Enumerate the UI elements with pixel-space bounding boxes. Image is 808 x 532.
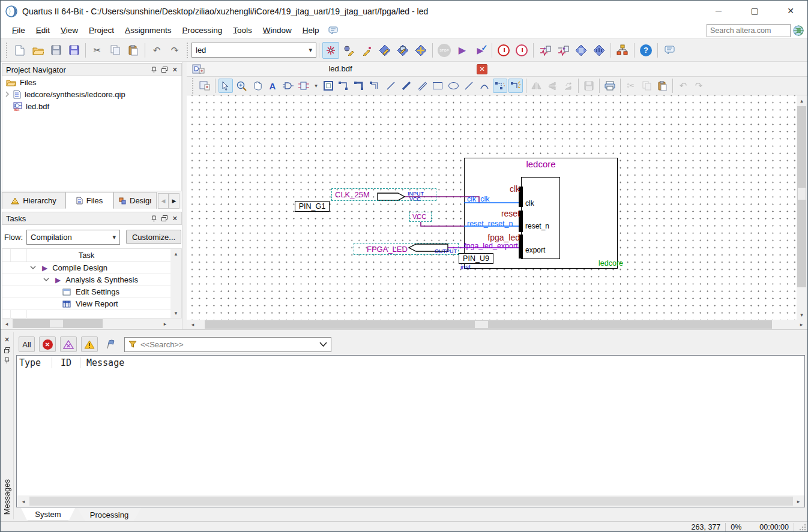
timing-analyzer-button[interactable] xyxy=(495,42,512,59)
rectangle-tool-button[interactable] xyxy=(430,79,445,93)
maximize-button[interactable]: ▢ xyxy=(741,1,768,21)
scroll-up-icon[interactable]: ▴ xyxy=(797,95,807,106)
vertical-splitter[interactable] xyxy=(182,62,187,329)
restore-icon[interactable] xyxy=(4,347,10,353)
task-row-view-report[interactable]: View Report xyxy=(2,298,170,310)
help-button[interactable]: ? xyxy=(638,42,654,59)
messages-horizontal-scrollbar[interactable]: ◂ ▸ xyxy=(17,495,804,507)
scroll-up-icon[interactable]: ▴ xyxy=(170,249,181,259)
expand-chevron-icon[interactable] xyxy=(5,91,10,97)
column-divider[interactable] xyxy=(52,357,52,368)
copy-button[interactable] xyxy=(107,42,124,59)
filter-critical-warnings-button[interactable] xyxy=(60,336,77,352)
close-button[interactable]: ✕ xyxy=(777,1,804,21)
menu-processing[interactable]: Processing xyxy=(176,23,228,37)
tasks-vertical-scrollbar[interactable]: ▴ ▾ xyxy=(170,249,181,318)
pin-icon[interactable] xyxy=(4,357,10,363)
pin-planner-button[interactable] xyxy=(322,42,339,59)
orthogonal-conduit-tool-button[interactable] xyxy=(368,79,382,93)
print-button[interactable] xyxy=(603,79,617,93)
scroll-right-icon[interactable]: ▸ xyxy=(797,320,806,329)
vcc-symbol-selection[interactable] xyxy=(409,212,432,222)
minimize-button[interactable]: ─ xyxy=(705,1,732,21)
document-tab-title[interactable]: led.bdf xyxy=(187,64,494,73)
scrollbar-thumb[interactable] xyxy=(205,320,772,329)
pin-assignment-button[interactable] xyxy=(358,42,375,59)
cut-button[interactable]: ✂ xyxy=(89,42,106,59)
task-column-header[interactable]: Task xyxy=(2,249,170,262)
eda-diamond-button[interactable] xyxy=(591,42,608,59)
tab-hierarchy[interactable]: Hierarchy xyxy=(2,192,65,209)
restore-icon[interactable] xyxy=(161,215,167,221)
column-id[interactable]: ID xyxy=(61,357,80,368)
close-icon[interactable]: ✕ xyxy=(172,66,178,74)
menu-file[interactable]: File xyxy=(7,23,31,37)
timing-diamond-button[interactable] xyxy=(394,42,411,59)
column-message[interactable]: Message xyxy=(86,357,124,368)
attach-window-button[interactable] xyxy=(197,79,212,93)
rotate-left-button[interactable] xyxy=(561,79,575,93)
start-compilation-button[interactable]: ▶ xyxy=(454,42,471,59)
stopwatch-button[interactable] xyxy=(513,42,530,59)
orthogonal-bus-tool-button[interactable] xyxy=(352,79,367,93)
filter-errors-button[interactable]: ✕ xyxy=(39,336,56,352)
scroll-down-icon[interactable]: ▾ xyxy=(170,308,181,318)
menu-edit[interactable]: Edit xyxy=(31,23,55,37)
filter-flag-button[interactable] xyxy=(102,336,119,352)
close-icon[interactable]: ✕ xyxy=(4,336,10,344)
column-divider[interactable] xyxy=(80,357,80,368)
project-combobox[interactable]: led ▾ xyxy=(191,43,316,58)
filter-all-button[interactable]: All xyxy=(19,336,35,352)
redo-button[interactable]: ↷ xyxy=(166,42,183,59)
close-icon[interactable]: ✕ xyxy=(172,215,178,223)
scroll-right-icon[interactable]: ▸ xyxy=(794,496,803,506)
filter-warnings-button[interactable] xyxy=(81,336,98,352)
undo-button[interactable]: ↶ xyxy=(676,79,690,93)
tree-item-bdf[interactable]: BDF led.bdf xyxy=(2,100,181,112)
messages-search-combobox[interactable] xyxy=(124,337,331,352)
paste-button[interactable] xyxy=(125,42,142,59)
tree-item-files[interactable]: Files xyxy=(2,76,181,88)
menu-assignments[interactable]: Assignments xyxy=(119,23,176,37)
undo-button[interactable]: ↶ xyxy=(148,42,165,59)
scroll-left-icon[interactable]: ◂ xyxy=(2,318,11,329)
pin-location-box-u9[interactable]: PIN_U9 xyxy=(459,253,493,264)
messages-panel-label[interactable]: Messages xyxy=(2,479,11,515)
partial-line-selection-button[interactable] xyxy=(508,79,523,93)
arc-tool-button[interactable] xyxy=(477,79,492,93)
collapse-chevron-icon[interactable] xyxy=(30,266,36,270)
save-button[interactable] xyxy=(47,42,64,59)
flip-vertical-button[interactable] xyxy=(545,79,559,93)
toolbar-grip[interactable] xyxy=(192,78,194,94)
tab-processing[interactable]: Processing xyxy=(77,508,141,521)
assembler-diamond-button[interactable] xyxy=(573,42,589,59)
input-pin-selection[interactable] xyxy=(331,188,436,201)
tab-system[interactable]: System xyxy=(21,508,75,521)
stop-processing-button[interactable]: STOP xyxy=(436,42,453,59)
menu-view[interactable]: View xyxy=(55,23,83,37)
zoom-tool-button[interactable] xyxy=(234,79,249,93)
netlist-out-button[interactable] xyxy=(555,42,571,59)
restore-icon[interactable] xyxy=(161,67,167,73)
scroll-down-icon[interactable]: ▾ xyxy=(797,309,807,320)
ellipse-tool-button[interactable] xyxy=(446,79,460,93)
messages-search-input[interactable] xyxy=(140,340,319,349)
menu-project[interactable]: Project xyxy=(83,23,119,37)
editor-vertical-scrollbar[interactable]: ▴ ▾ xyxy=(797,95,807,320)
diagonal-bus-tool-button[interactable] xyxy=(399,79,414,93)
resize-grip[interactable] xyxy=(799,524,806,531)
tree-item-qip[interactable]: ledcore/synthesis/ledcore.qip xyxy=(2,88,181,100)
block-tool-button[interactable] xyxy=(321,79,336,93)
tabs-scroll-left-button[interactable]: ◀ xyxy=(158,193,169,209)
line-tool-button[interactable] xyxy=(462,79,476,93)
tasks-horizontal-scrollbar[interactable]: ◂ ▸ xyxy=(2,318,182,329)
save-project-button[interactable] xyxy=(65,42,82,59)
wrench-diamond-button[interactable] xyxy=(412,42,429,59)
diagonal-node-tool-button[interactable] xyxy=(384,79,398,93)
toolbar-grip[interactable] xyxy=(187,43,188,58)
rubberbanding-button[interactable] xyxy=(493,79,507,93)
tabs-scroll-right-button[interactable]: ▶ xyxy=(169,193,179,209)
new-file-button[interactable] xyxy=(11,42,28,59)
hand-tool-button[interactable] xyxy=(250,79,264,93)
hierarchy-tool-button[interactable] xyxy=(614,42,631,59)
